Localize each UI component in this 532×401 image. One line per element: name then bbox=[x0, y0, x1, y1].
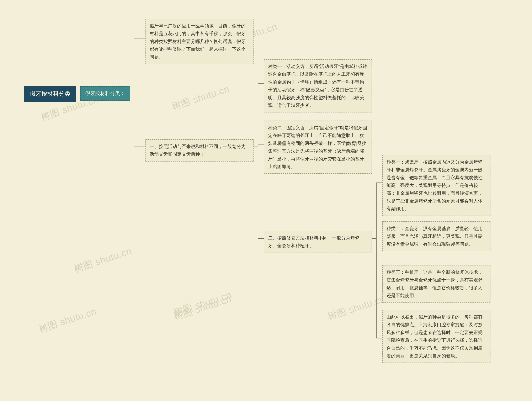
cat1-item1-text: 种类一：活动义齿，所谓“活动假牙”是由塑料或铸造合金做基托，以及附在基托上的人工… bbox=[268, 64, 367, 108]
connector bbox=[376, 282, 382, 282]
connector bbox=[376, 183, 382, 183]
connector bbox=[134, 146, 146, 147]
watermark: 树图 shutu.cn bbox=[172, 293, 233, 323]
level1-label: 假牙按材料分类： bbox=[85, 90, 125, 96]
connector bbox=[134, 38, 134, 147]
connector bbox=[376, 338, 382, 338]
cat2-item2-text: 种类二：全瓷牙，没有金属基底，质量轻，使用舒服，而且光泽与真牙相近，更美观。只是… bbox=[386, 226, 482, 247]
watermark: 树图 shutu.cn bbox=[326, 293, 387, 323]
root-label: 假牙按材料分类 bbox=[30, 90, 70, 97]
cat2-item4-text: 由此可以看出，假牙的种类是很多的，每种都有各自的优缺点。上海宏康口腔专家提醒：及… bbox=[386, 314, 482, 358]
intro-node: 假牙早已广泛的应用于医学领域，目前，假牙的材料是五花八门的，其中各有千秋，那么，… bbox=[146, 19, 253, 64]
cat2-title-text: 二、按照修复方法和材料不同，一般分为烤瓷牙、全瓷牙和种植牙。 bbox=[268, 235, 360, 248]
cat1-title-node: 一、按照活动与否来说和材料不同，一般划分为活动义齿和固定义齿两种： bbox=[146, 139, 253, 161]
cat2-title-node: 二、按照修复方法和材料不同，一般分为烤瓷牙、全瓷牙和种植牙。 bbox=[264, 231, 372, 253]
watermark: 树图 shutu.cn bbox=[170, 83, 231, 113]
connector bbox=[258, 144, 264, 145]
watermark: 树图 shutu.cn bbox=[72, 245, 134, 275]
cat2-item3-text: 种类三：种植牙，这是一种全新的修复体技术，它集合烤瓷牙与全瓷牙优点于一身，具有美… bbox=[386, 270, 482, 298]
watermark: 树图 shutu.cn bbox=[37, 305, 98, 336]
connector bbox=[258, 83, 264, 83]
cat2-item3-node: 种类三：种植牙，这是一种全新的修复体技术，它集合烤瓷牙与全瓷牙优点于一身，具有美… bbox=[382, 265, 490, 303]
cat2-item4-node: 由此可以看出，假牙的种类是很多的，每种都有各自的优缺点。上海宏康口腔专家提醒：及… bbox=[382, 310, 490, 363]
cat1-item2-node: 种类二：固定义齿，所谓“固定假牙”就是将假牙固定在缺牙两端的邻牙上，自己不能随意… bbox=[264, 121, 372, 174]
cat1-item2-text: 种类二：固定义齿，所谓“固定假牙”就是将假牙固定在缺牙两端的邻牙上，自己不能随意… bbox=[268, 125, 367, 169]
connector bbox=[134, 38, 146, 38]
cat1-title-text: 一、按照活动与否来说和材料不同，一般划分为活动义齿和固定义齿两种： bbox=[150, 144, 246, 157]
connector bbox=[258, 238, 264, 239]
cat2-item2-node: 种类二：全瓷牙，没有金属基底，质量轻，使用舒服，而且光泽与真牙相近，更美观。只是… bbox=[382, 221, 490, 251]
connector bbox=[128, 92, 134, 92]
connector bbox=[258, 83, 258, 239]
root-node: 假牙按材料分类 bbox=[24, 86, 76, 102]
cat1-item1-node: 种类一：活动义齿，所谓“活动假牙”是由塑料或铸造合金做基托，以及附在基托上的人工… bbox=[264, 59, 372, 113]
cat2-item1-text: 种类一：烤瓷牙，按照金属内冠又分为金属烤瓷牙和非金属烤瓷牙。金属烤瓷牙的金属内冠… bbox=[386, 159, 482, 211]
watermark: 树图 shutu.cn bbox=[172, 288, 233, 319]
connector bbox=[71, 92, 80, 92]
connector bbox=[372, 238, 376, 239]
intro-text: 假牙早已广泛的应用于医学领域，目前，假牙的材料是五花八门的，其中各有千秋，那么，… bbox=[150, 23, 246, 60]
cat2-item1-node: 种类一：烤瓷牙，按照金属内冠又分为金属烤瓷牙和非金属烤瓷牙。金属烤瓷牙的金属内冠… bbox=[382, 155, 490, 216]
connector bbox=[253, 146, 258, 147]
level1-node: 假牙按材料分类： bbox=[80, 86, 130, 101]
connector bbox=[376, 237, 382, 237]
connector bbox=[376, 183, 377, 338]
